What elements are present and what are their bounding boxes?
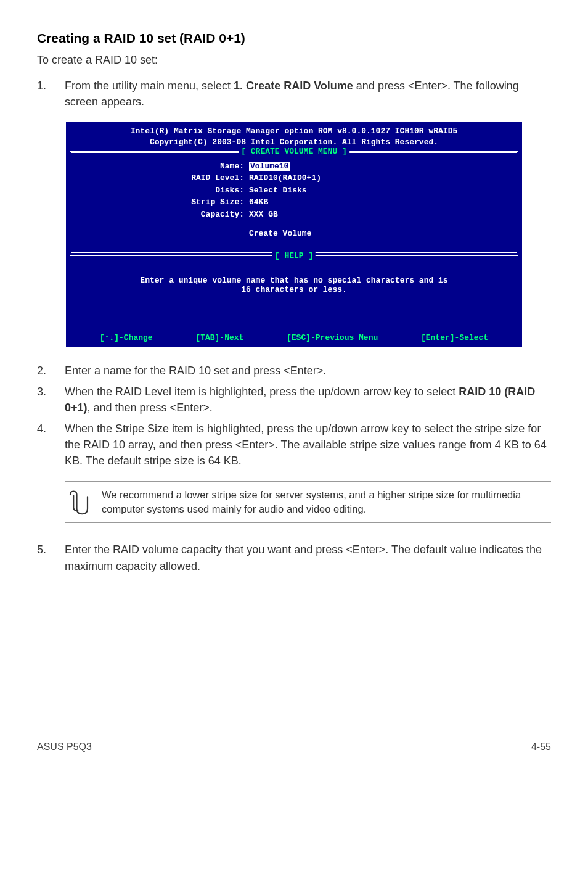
terminal-row: Create Volume: [76, 228, 512, 240]
note-text: We recommend a lower stripe size for ser…: [102, 488, 551, 516]
step-content: Enter the RAID volume capacity that you …: [65, 542, 551, 574]
field-value: XXX GB: [249, 208, 512, 221]
field-label: Name:: [76, 160, 249, 173]
step-content: From the utility main menu, select 1. Cr…: [65, 78, 551, 110]
step-content: When the Stripe Size item is highlighted…: [65, 421, 551, 469]
section-heading: Creating a RAID 10 set (RAID 0+1): [37, 31, 551, 46]
note-icon: [65, 488, 92, 516]
terminal-row: Disks: Select Disks: [76, 184, 512, 197]
step-number: 3.: [37, 384, 65, 416]
create-volume-action[interactable]: Create Volume: [249, 228, 512, 240]
terminal-row: Strip Size: 64KB: [76, 196, 512, 208]
step-number: 5.: [37, 542, 65, 574]
spacer: [76, 228, 249, 240]
list-item: 3. When the RAID Level item is highlight…: [37, 384, 551, 416]
step-text: When the RAID Level item is highlighted,…: [65, 386, 459, 398]
key-hint-next: [TAB]-Next: [195, 333, 243, 342]
key-hint-select: [Enter]-Select: [421, 333, 488, 342]
name-input-highlight[interactable]: Volume10: [249, 162, 290, 171]
list-item: 4. When the Stripe Size item is highligh…: [37, 421, 551, 469]
ordered-list: 2. Enter a name for the RAID 10 set and …: [37, 363, 551, 469]
footer-left: ASUS P5Q3: [37, 741, 92, 753]
field-label: RAID Level:: [76, 172, 249, 184]
step-number: 2.: [37, 363, 65, 379]
help-text: 16 characters or less.: [76, 285, 512, 294]
key-hint-change: [↑↓]-Change: [100, 333, 153, 342]
step-number: 4.: [37, 421, 65, 469]
field-label: Disks:: [76, 184, 249, 197]
box-label: [ HELP ]: [272, 251, 316, 260]
step-text: From the utility main menu, select: [65, 80, 234, 92]
ordered-list: 5. Enter the RAID volume capacity that y…: [37, 542, 551, 574]
field-value: 64KB: [249, 196, 512, 208]
step-number: 1.: [37, 78, 65, 110]
paperclip-icon: [66, 489, 92, 515]
list-item: 1. From the utility main menu, select 1.…: [37, 78, 551, 110]
step-bold: 1. Create RAID Volume: [234, 80, 353, 92]
intro-text: To create a RAID 10 set:: [37, 52, 551, 68]
field-value: Volume10: [249, 160, 512, 173]
terminal-footer: [↑↓]-Change [TAB]-Next [ESC]-Previous Me…: [66, 331, 522, 347]
box-label: [ CREATE VOLUME MENU ]: [239, 147, 349, 156]
step-content: When the RAID Level item is highlighted,…: [65, 384, 551, 416]
field-label: Strip Size:: [76, 196, 249, 208]
ordered-list: 1. From the utility main menu, select 1.…: [37, 78, 551, 110]
footer-right: 4-55: [531, 741, 551, 753]
field-label: Capacity:: [76, 208, 249, 221]
list-item: 2. Enter a name for the RAID 10 set and …: [37, 363, 551, 379]
page-footer: ASUS P5Q3 4-55: [37, 735, 551, 753]
note-callout: We recommend a lower stripe size for ser…: [65, 481, 551, 523]
bios-terminal: Intel(R) Matrix Storage Manager option R…: [66, 122, 522, 347]
terminal-row: Capacity: XXX GB: [76, 208, 512, 221]
terminal-row: Name: Volume10: [76, 160, 512, 173]
list-item: 5. Enter the RAID volume capacity that y…: [37, 542, 551, 574]
field-value: Select Disks: [249, 184, 512, 197]
key-hint-prev: [ESC]-Previous Menu: [287, 333, 378, 342]
step-text: , and then press <Enter>.: [88, 402, 213, 414]
step-content: Enter a name for the RAID 10 set and pre…: [65, 363, 551, 379]
field-value: RAID10(RAID0+1): [249, 172, 512, 184]
create-volume-box: [ CREATE VOLUME MENU ] Name: Volume10 RA…: [70, 151, 518, 254]
terminal-header: Intel(R) Matrix Storage Manager option R…: [66, 122, 522, 149]
terminal-row: RAID Level: RAID10(RAID0+1): [76, 172, 512, 184]
help-text: Enter a unique volume name that has no s…: [76, 276, 512, 285]
terminal-header-line: Intel(R) Matrix Storage Manager option R…: [66, 126, 522, 137]
help-box: [ HELP ] Enter a unique volume name that…: [70, 255, 518, 329]
